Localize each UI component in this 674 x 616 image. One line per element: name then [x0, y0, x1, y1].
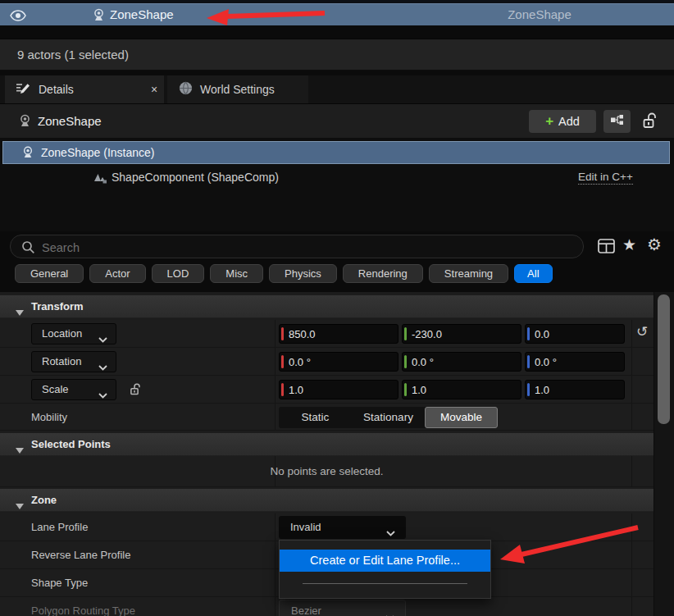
mobility-stationary[interactable]: Stationary	[352, 407, 425, 428]
no-points-row: No points are selected.	[0, 456, 654, 487]
component-row[interactable]: ShapeComponent (ShapeComp) Edit in C++	[2, 166, 670, 189]
component-tree: ZoneShape (Instance) ShapeComponent (Sha…	[0, 138, 674, 231]
filter-chip-lod[interactable]: LOD	[152, 264, 205, 283]
location-row: Location 850.0 -230.0 0.0 ↺	[0, 320, 654, 348]
chevron-down-icon	[98, 331, 107, 346]
globe-icon	[179, 81, 193, 98]
outliner-actor-name: ZoneShape	[110, 4, 174, 25]
outliner-selected-row[interactable]: ZoneShape ZoneShape	[0, 3, 674, 25]
add-button-label: Add	[558, 115, 580, 128]
filter-chip-all[interactable]: All	[514, 264, 552, 283]
collapse-triangle-icon	[16, 304, 24, 319]
camera-actor-icon	[21, 146, 34, 162]
unlock-icon[interactable]	[642, 112, 658, 133]
camera-actor-icon	[18, 114, 32, 131]
actors-status-bar: 9 actors (1 selected)	[0, 39, 674, 71]
component-row-label: ShapeComponent (ShapeComp)	[112, 166, 279, 189]
scale-label: Scale	[42, 380, 69, 399]
search-bar[interactable]	[10, 235, 584, 258]
outliner-actor-type: ZoneShape	[459, 4, 620, 25]
scale-x-field[interactable]: 1.0	[279, 380, 398, 399]
scale-y-field[interactable]: 1.0	[402, 380, 521, 399]
node-hierarchy-icon	[610, 114, 625, 129]
location-x-field[interactable]: 850.0	[279, 324, 398, 344]
lane-profile-row: Lane Profile Invalid	[0, 513, 654, 541]
tab-world-settings[interactable]: World Settings	[167, 75, 308, 103]
unreal-details-panel: ZoneShape ZoneShape 9 actors (1 selected…	[0, 0, 674, 616]
tab-details-label: Details	[39, 83, 74, 96]
mobility-row: Mobility Static Stationary Movable	[0, 404, 654, 431]
polygon-routing-label: Polygon Routing Type	[31, 597, 135, 616]
rotation-z-field[interactable]: 0.0 °	[525, 352, 625, 372]
favorites-star-icon[interactable]: ★	[622, 235, 636, 256]
mobility-label: Mobility	[31, 404, 67, 431]
reset-to-default-icon[interactable]: ↺	[636, 323, 648, 340]
visibility-eye-icon[interactable]	[10, 10, 26, 25]
location-z-field[interactable]: 0.0	[525, 324, 625, 344]
mobility-segmented-control: Static Stationary Movable	[279, 407, 498, 428]
location-label: Location	[42, 324, 82, 344]
filter-chip-row: General Actor LOD Misc Physics Rendering…	[15, 264, 553, 283]
polygon-routing-dropdown[interactable]: Bezier	[279, 600, 406, 616]
filter-chip-actor[interactable]: Actor	[89, 264, 145, 283]
section-header-zone[interactable]: Zone	[0, 489, 654, 512]
tab-strip: Details × World Settings	[0, 75, 674, 103]
plus-icon: +	[545, 113, 553, 130]
details-pencil-icon	[16, 81, 30, 98]
mobility-movable[interactable]: Movable	[425, 407, 498, 428]
reverse-lane-profile-label: Reverse Lane Profile	[31, 541, 130, 569]
property-matrix-icon[interactable]	[598, 239, 615, 257]
actors-count-text: 9 actors (1 selected)	[17, 39, 129, 71]
scale-row: Scale 1.0 1.0 1.0	[0, 376, 654, 404]
section-header-transform[interactable]: Transform	[0, 295, 654, 318]
chevron-down-icon	[98, 359, 107, 374]
shape-type-label: Shape Type	[31, 569, 88, 597]
menu-item-create-lane-profile[interactable]: Create or Edit Lane Profile...	[280, 550, 490, 572]
chevron-down-icon	[98, 387, 107, 402]
scale-unlock-icon[interactable]	[130, 382, 142, 399]
details-header: ZoneShape + Add	[0, 103, 674, 138]
search-icon	[21, 240, 35, 258]
rotation-label: Rotation	[42, 352, 81, 372]
scale-z-field[interactable]: 1.0	[525, 380, 625, 399]
location-y-field[interactable]: -230.0	[402, 324, 521, 344]
collapse-triangle-icon	[16, 442, 24, 457]
search-input[interactable]	[40, 238, 568, 258]
edit-in-cpp-link[interactable]: Edit in C++	[578, 170, 633, 185]
chevron-down-icon	[386, 525, 395, 540]
rotation-axis-dropdown[interactable]: Rotation	[31, 351, 116, 372]
lane-profile-dropdown[interactable]: Invalid	[279, 516, 406, 539]
filter-chip-streaming[interactable]: Streaming	[429, 264, 508, 283]
scale-axis-dropdown[interactable]: Scale	[31, 379, 116, 400]
section-title: Selected Points	[31, 433, 111, 455]
location-axis-dropdown[interactable]: Location	[31, 323, 116, 345]
polygon-routing-row: Polygon Routing Type Bezier	[0, 597, 654, 616]
blueprint-hierarchy-button[interactable]	[603, 110, 631, 133]
tab-close-icon[interactable]: ×	[151, 75, 157, 103]
tab-details[interactable]: Details ×	[5, 75, 164, 103]
scrollbar-thumb[interactable]	[658, 294, 670, 424]
rotation-y-field[interactable]: 0.0 °	[402, 352, 521, 372]
chevron-down-icon	[385, 609, 394, 616]
rotation-row: Rotation 0.0 ° 0.0 ° 0.0 °	[0, 348, 654, 376]
instance-row-label: ZoneShape (Instance)	[41, 142, 155, 163]
section-title: Zone	[31, 489, 57, 511]
add-component-button[interactable]: + Add	[529, 110, 596, 133]
menu-separator	[303, 583, 467, 584]
section-header-selected-points[interactable]: Selected Points	[0, 433, 654, 456]
tab-world-settings-label: World Settings	[200, 83, 275, 96]
no-points-text: No points are selected.	[0, 456, 654, 487]
instance-row[interactable]: ZoneShape (Instance)	[2, 141, 670, 164]
settings-gear-icon[interactable]: ⚙	[647, 234, 662, 256]
lane-profile-label: Lane Profile	[31, 513, 88, 541]
filter-chip-physics[interactable]: Physics	[269, 264, 337, 283]
rotation-x-field[interactable]: 0.0 °	[279, 352, 398, 372]
mobility-static[interactable]: Static	[279, 407, 352, 428]
shape-component-icon	[93, 171, 107, 187]
section-title: Transform	[31, 295, 84, 317]
lane-profile-menu: Create or Edit Lane Profile...	[279, 540, 491, 599]
filter-chip-misc[interactable]: Misc	[210, 264, 263, 283]
filter-chip-general[interactable]: General	[15, 264, 84, 283]
collapse-triangle-icon	[16, 498, 24, 513]
filter-chip-rendering[interactable]: Rendering	[343, 264, 423, 283]
